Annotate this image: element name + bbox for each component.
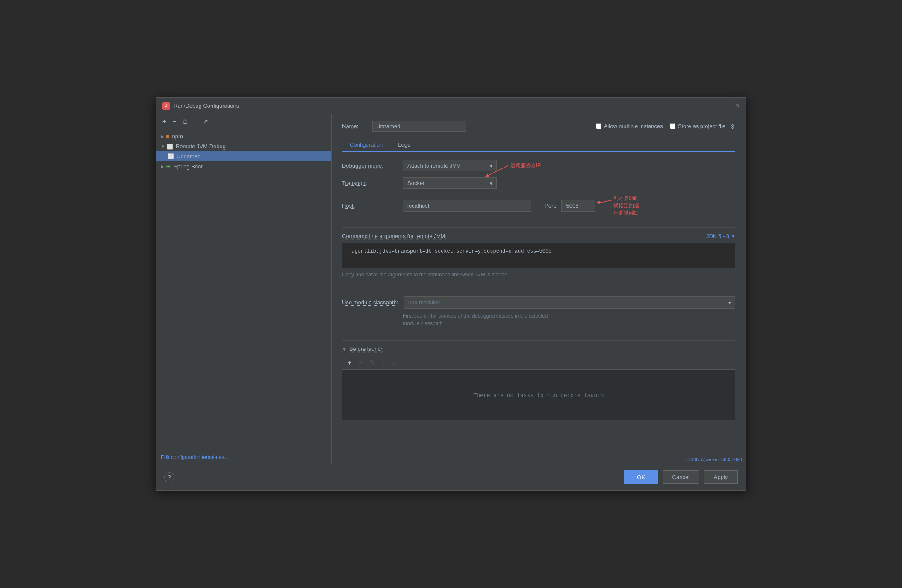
annotation-arrow-2 — [596, 197, 613, 207]
module-hint-line2: module classpath — [403, 320, 442, 326]
cmdline-header: Command line arguments for remote JVM: J… — [342, 233, 735, 239]
annotation-port-text: 刚才启动时 候指定的远 程调试端口 — [613, 195, 639, 216]
host-port-row: Host: Port: 刚才启动时 候指定的远 程调试端口 — [342, 195, 735, 216]
before-launch-header: ▼ Before launch — [342, 346, 735, 352]
title-bar: J Run/Debug Configurations × — [156, 98, 746, 114]
host-input[interactable] — [403, 200, 531, 212]
cancel-button[interactable]: Cancel — [663, 470, 699, 484]
remote-jvm-label: Remote JVM Debug — [176, 143, 226, 150]
module-hint: First search for sources of the debugged… — [342, 312, 735, 327]
spring-boot-label: Spring Boot — [174, 163, 203, 170]
tabs-bar: Configuration Logs — [342, 138, 735, 152]
name-label: Name: — [342, 123, 366, 129]
bottom-bar: ? OK Cancel Apply — [156, 464, 746, 490]
remove-config-button[interactable]: − — [171, 117, 178, 126]
transport-row: Transport: Socket Shared memory — [342, 177, 735, 189]
close-button[interactable]: × — [736, 103, 740, 109]
bottom-right: OK Cancel Apply — [624, 470, 738, 484]
transport-label: Transport: — [342, 180, 398, 186]
watermark: CSDN @weixin_50837690 — [686, 457, 742, 462]
tab-logs[interactable]: Logs — [390, 138, 418, 152]
store-project-label: Store as project file ⚙ — [670, 123, 735, 130]
svg-line-1 — [598, 200, 613, 203]
spring-boot-icon: ⊕ — [166, 163, 171, 170]
left-toolbar: + − ⧉ ↕ ↗ — [156, 114, 331, 129]
tab-configuration[interactable]: Configuration — [342, 138, 390, 152]
section-divider-3 — [342, 340, 735, 341]
before-launch-add-button[interactable]: + — [346, 358, 353, 368]
jdk-select-wrapper[interactable]: JDK 5 - 8 — [706, 233, 735, 239]
no-tasks-text: There are no tasks to run before launch — [473, 392, 604, 398]
before-launch-title: Before launch — [349, 346, 383, 352]
jdk-label: JDK 5 - 8 — [706, 233, 729, 239]
debugger-mode-select[interactable]: Attach to remote JVM Listen to remote JV… — [403, 160, 497, 171]
edit-templates-link[interactable]: Edit configuration templates... — [161, 454, 228, 460]
left-panel: + − ⧉ ↕ ↗ ▶ ■ npm ▼ ⬜ Remote JVM Debug — [156, 114, 332, 464]
npm-icon: ■ — [166, 133, 169, 140]
before-launch-remove-button[interactable]: − — [357, 358, 364, 368]
run-debug-dialog: J Run/Debug Configurations × + − ⧉ ↕ ↗ ▶… — [156, 97, 746, 491]
cmdline-title: Command line arguments for remote JVM: — [342, 233, 447, 239]
sort-config-button[interactable]: ↕ — [192, 117, 198, 126]
before-launch-down-button[interactable]: ↓ — [390, 358, 397, 368]
npm-arrow: ▶ — [161, 134, 164, 139]
before-launch-area: There are no tasks to run before launch — [342, 369, 735, 420]
before-launch-toolbar: + − ✎ ↑ ↓ — [342, 356, 735, 369]
module-classpath-label: Use module classpath: — [342, 299, 398, 306]
port-label: Port: — [545, 203, 556, 209]
transport-select-wrapper: Socket Shared memory — [403, 177, 497, 189]
section-divider-2 — [342, 291, 735, 291]
app-icon: J — [162, 102, 170, 110]
config-tree: ▶ ■ npm ▼ ⬜ Remote JVM Debug ⬜ Unnamed — [156, 129, 331, 450]
dialog-title: Run/Debug Configurations — [174, 103, 239, 109]
before-launch-collapse[interactable]: ▼ — [342, 347, 347, 352]
cmdline-hint: Copy and paste the arguments to the comm… — [342, 272, 735, 278]
before-launch-edit-button[interactable]: ✎ — [368, 358, 377, 368]
debugger-mode-label: Debugger mode: — [342, 162, 398, 169]
name-input[interactable] — [372, 121, 466, 132]
allow-multiple-label: Allow multiple instances — [596, 123, 663, 129]
copy-config-button[interactable]: ⧉ — [181, 117, 189, 126]
help-button[interactable]: ? — [164, 472, 174, 482]
tree-item-spring-boot[interactable]: ▶ ⊕ Spring Boot — [156, 161, 331, 171]
host-label: Host: — [342, 203, 398, 209]
tree-item-unnamed[interactable]: ⬜ Unnamed — [156, 151, 331, 161]
ok-button[interactable]: OK — [624, 470, 658, 484]
gear-icon: ⚙ — [730, 123, 735, 130]
move-config-button[interactable]: ↗ — [201, 117, 210, 126]
apply-button[interactable]: Apply — [704, 470, 738, 484]
port-input[interactable] — [561, 200, 595, 212]
module-section: Use module classpath: <no module> First … — [342, 296, 735, 327]
unnamed-label: Unnamed — [177, 153, 200, 159]
module-select[interactable]: <no module> — [404, 296, 735, 309]
section-divider-1 — [342, 227, 735, 228]
remote-jvm-arrow: ▼ — [161, 144, 165, 149]
left-footer: Edit configuration templates... — [156, 450, 331, 464]
module-select-wrapper: <no module> — [404, 296, 735, 309]
tree-item-remote-jvm[interactable]: ▼ ⬜ Remote JVM Debug — [156, 141, 331, 151]
add-config-button[interactable]: + — [161, 117, 168, 126]
annotation-remote-ip-text: 远程服务器IP — [510, 162, 541, 168]
main-content: + − ⧉ ↕ ↗ ▶ ■ npm ▼ ⬜ Remote JVM Debug — [156, 114, 746, 464]
annotation-port-container: 刚才启动时 候指定的远 程调试端口 — [613, 195, 639, 216]
svg-marker-2 — [596, 201, 600, 204]
module-hint-line1: First search for sources of the debugged… — [403, 313, 548, 319]
before-launch-up-button[interactable]: ↑ — [380, 358, 387, 368]
before-launch-section: ▼ Before launch + − ✎ ↑ ↓ There are no t… — [342, 346, 735, 420]
spring-boot-arrow: ▶ — [161, 164, 164, 169]
bottom-left: ? — [164, 472, 174, 482]
title-bar-left: J Run/Debug Configurations — [162, 102, 239, 110]
svg-line-0 — [487, 165, 508, 176]
name-row: Name: Allow multiple instances Store as … — [342, 121, 735, 132]
cmdline-value: -agentlib:jdwp=transport=dt_socket,serve… — [348, 248, 551, 254]
allow-multiple-checkbox[interactable] — [596, 123, 601, 129]
tree-item-npm[interactable]: ▶ ■ npm — [156, 131, 331, 141]
npm-label: npm — [172, 133, 183, 140]
module-row: Use module classpath: <no module> — [342, 296, 735, 309]
right-panel: Name: Allow multiple instances Store as … — [332, 114, 746, 464]
remote-jvm-icon: ⬜ — [167, 144, 173, 150]
store-project-checkbox[interactable] — [670, 123, 675, 129]
transport-select[interactable]: Socket Shared memory — [403, 177, 497, 189]
unnamed-icon: ⬜ — [168, 153, 174, 159]
cmdline-box: -agentlib:jdwp=transport=dt_socket,serve… — [342, 243, 735, 268]
